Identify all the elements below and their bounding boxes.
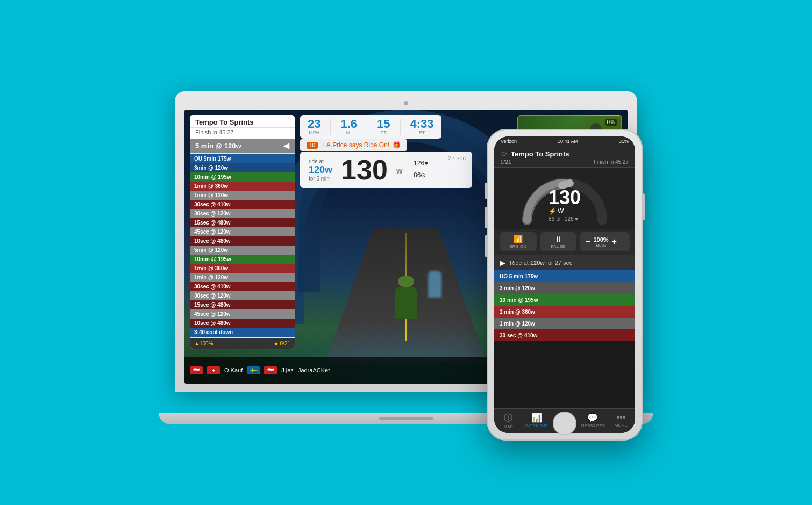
step-list: OU 5min 175w3min @ 120w10min @ 195w1min … [190, 153, 295, 338]
message-badge: 10 [307, 142, 318, 149]
hr-display: 126 ♥ [565, 216, 578, 222]
rider-name-2: J.jez [281, 367, 294, 373]
phone-mute-button[interactable] [485, 235, 487, 257]
rider [395, 287, 417, 319]
phone-workout-title: Tempo To Sprints [511, 150, 569, 158]
phone-screen: Verizon 10:41 AM 31% ☆ Tempo To Sprints … [494, 136, 635, 433]
phone-status-bar: Verizon 10:41 AM 31% [494, 136, 635, 146]
rider-name-3: JadraACKet [298, 367, 330, 373]
step-item: 45sec @ 120w [190, 309, 295, 319]
phone-home-button[interactable] [553, 412, 576, 435]
bias-control[interactable]: − 100% BIAS + [580, 232, 630, 251]
stats-hud: 23 mph 1.6 MI 15 FT 4:33 [300, 115, 441, 139]
power-sub-stats: 126♥ 86⊘ [414, 158, 428, 181]
next-interval: ▶ Ride at 120w for 27 sec [494, 255, 635, 270]
bias-plus-button[interactable]: + [612, 237, 617, 247]
stat-divider2 [367, 119, 367, 135]
flag-icon4: 🇵🇱 [264, 366, 277, 374]
lightning-icon: ⚡ [549, 207, 557, 215]
phone-nav-messages[interactable]: 💬 MESSAGES [579, 411, 607, 431]
elevation-stat: 15 FT [377, 118, 390, 135]
phone-progress: 0/21 [501, 159, 511, 165]
step-item: 1min @ 360w [190, 264, 295, 273]
phone-power-button[interactable] [643, 193, 645, 220]
rider-name-1: O.Kauf [224, 367, 243, 373]
erg-button[interactable]: 📶 ERG ON [500, 232, 537, 251]
phone-step-item: 3 min @ 120w [494, 282, 635, 294]
phone-step-item: 10 min @ 195w [494, 294, 635, 306]
step-item: OU 5min 175w [190, 154, 295, 163]
phone-nav-workout[interactable]: 📊 WORKOUT [522, 411, 550, 431]
speed-value: 23 [308, 118, 320, 130]
cadence-display: 86 ⊘ [549, 216, 560, 222]
gauge-unit-lightning: ⚡ W [549, 207, 581, 215]
step-item: 1min @ 360w [190, 182, 295, 191]
phone-workout-sub: 0/21 Finish in 45:27 [501, 159, 629, 165]
elevation-value: 15 [377, 118, 390, 130]
bias-value: 100% [594, 236, 609, 243]
current-watts-display: 130 [341, 156, 388, 184]
step-item: 30sec @ 120w [190, 291, 295, 300]
power-timer: 27 sec [448, 155, 466, 161]
phone-volume-down-button[interactable] [485, 207, 487, 228]
flag-icon2: 🇨🇭 [207, 366, 220, 374]
bias-label: BIAS [594, 243, 609, 248]
flag-icon: 🇵🇱 [190, 366, 203, 374]
workout-finish: Finish in 45:27 [190, 128, 295, 139]
phone-step-item: 1 min @ 120w [494, 318, 635, 329]
phone-battery: 31% [619, 139, 629, 144]
nav-label: WORKOUT [525, 423, 548, 428]
laptop: Tempo To Sprints Finish in 45:27 5 min @… [175, 91, 637, 424]
pause-button[interactable]: ⏸ PAUSE [540, 232, 577, 251]
star-icon: ☆ [501, 149, 508, 158]
stat-divider3 [400, 119, 401, 135]
phone-step-list: UO 5 min 175w3 min @ 120w10 min @ 195w1 … [494, 270, 635, 408]
pause-icon: ⏸ [545, 235, 572, 243]
phone-carrier: Verizon [501, 139, 517, 144]
message-text: + A.Price says Ride On! [321, 141, 389, 149]
phone-header: ☆ Tempo To Sprints 0/21 Finish in 45:27 [494, 146, 635, 168]
bias-center: 100% BIAS [594, 236, 609, 248]
workout-panel: Tempo To Sprints Finish in 45:27 5 min @… [190, 115, 295, 349]
phone-time: 10:41 AM [558, 139, 578, 144]
flag-icon3: 🇸🇪 [247, 366, 260, 374]
step-item: 5min @ 120w [190, 246, 295, 255]
speed-unit: mph [309, 130, 319, 135]
watts-label: W [396, 167, 403, 175]
speed-stat: 23 mph [308, 118, 320, 135]
nav-icon: ••• [616, 413, 625, 422]
step-item: 10sec @ 480w [190, 236, 295, 246]
time-unit: ET [419, 130, 425, 135]
phone-finish: Finish in 45:27 [594, 159, 629, 165]
nav-label: MAP [504, 424, 513, 429]
step-item: 30sec @ 120w [190, 209, 295, 218]
nav-icon: ⓘ [504, 413, 512, 424]
time-value: 4:33 [410, 118, 434, 130]
distance-value: 1.6 [340, 118, 357, 130]
phone-nav-more[interactable]: ••• MORE [607, 411, 635, 431]
step-item: 3min @ 120w [190, 163, 295, 172]
phone-step-item: 1 min @ 360w [494, 306, 635, 318]
phone-volume-up-button[interactable] [485, 183, 487, 199]
step-item: 10min @ 195w [190, 255, 295, 264]
workout-title: Tempo To Sprints [190, 115, 295, 128]
bias-minus-button[interactable]: − [585, 237, 590, 247]
stat-divider [330, 119, 331, 135]
step-item: 10sec @ 480w [190, 319, 295, 328]
power-target-info: ride at 120w for 5 min [309, 158, 332, 182]
step-arrow-icon: ◀ [283, 141, 289, 150]
step-item: 10min @ 195w [190, 172, 295, 182]
ghost-rider [428, 271, 441, 298]
phone-nav-map[interactable]: ⓘ MAP [494, 411, 522, 431]
nav-icon: 📊 [531, 413, 542, 423]
step-item: 30sec @ 410w [190, 282, 295, 291]
gauge-center: 130 ⚡ W 86 ⊘ 126 ♥ [549, 188, 581, 222]
gauge-watts: 130 [549, 188, 581, 207]
phone-controls: 📶 ERG ON ⏸ PAUSE − 100% BIAS + [494, 229, 635, 255]
time-stat: 4:33 ET [410, 118, 434, 135]
phone-body: Verizon 10:41 AM 31% ☆ Tempo To Sprints … [487, 129, 643, 441]
step-item: 1min @ 120w [190, 273, 295, 282]
step-item: 15sec @ 480w [190, 300, 295, 309]
message-hud: 10 + A.Price says Ride On! 🎁 [300, 139, 407, 151]
step-footer: ▲100% ★ 0/21 [190, 338, 295, 349]
